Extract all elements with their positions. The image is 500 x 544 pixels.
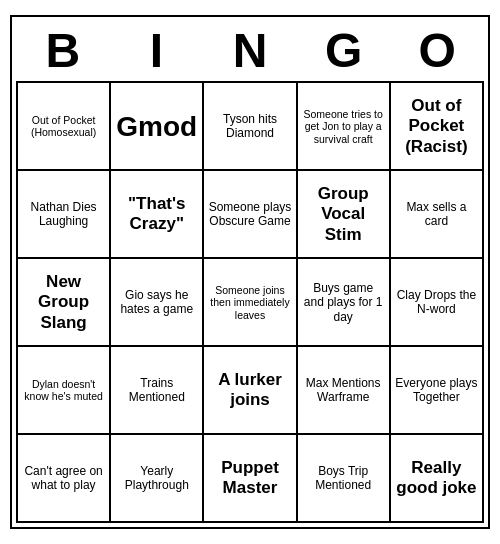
- bingo-cell-23[interactable]: Boys Trip Mentioned: [298, 435, 391, 523]
- bingo-cell-0[interactable]: Out of Pocket (Homosexual): [18, 83, 111, 171]
- bingo-cell-14[interactable]: Clay Drops the N-word: [391, 259, 484, 347]
- bingo-cell-2[interactable]: Tyson hits Diamond: [204, 83, 297, 171]
- header-o: O: [390, 21, 484, 82]
- bingo-cell-21[interactable]: Yearly Playthrough: [111, 435, 204, 523]
- bingo-cell-16[interactable]: Trains Mentioned: [111, 347, 204, 435]
- bingo-cell-9[interactable]: Max sells a card: [391, 171, 484, 259]
- bingo-cell-19[interactable]: Everyone plays Together: [391, 347, 484, 435]
- bingo-cell-20[interactable]: Can't agree on what to play: [18, 435, 111, 523]
- bingo-cell-22[interactable]: Puppet Master: [204, 435, 297, 523]
- bingo-cell-7[interactable]: Someone plays Obscure Game: [204, 171, 297, 259]
- bingo-card: B I N G O Out of Pocket (Homosexual)Gmod…: [10, 15, 490, 530]
- header-i: I: [110, 21, 204, 82]
- bingo-cell-12[interactable]: Someone joins then immediately leaves: [204, 259, 297, 347]
- bingo-cell-13[interactable]: Buys game and plays for 1 day: [298, 259, 391, 347]
- bingo-cell-8[interactable]: Group Vocal Stim: [298, 171, 391, 259]
- bingo-cell-24[interactable]: Really good joke: [391, 435, 484, 523]
- bingo-grid: Out of Pocket (Homosexual)GmodTyson hits…: [16, 81, 484, 523]
- bingo-cell-10[interactable]: New Group Slang: [18, 259, 111, 347]
- bingo-cell-6[interactable]: "That's Crazy": [111, 171, 204, 259]
- bingo-cell-3[interactable]: Someone tries to get Jon to play a survi…: [298, 83, 391, 171]
- bingo-header: B I N G O: [16, 21, 484, 82]
- bingo-cell-11[interactable]: Gio says he hates a game: [111, 259, 204, 347]
- bingo-cell-18[interactable]: Max Mentions Warframe: [298, 347, 391, 435]
- bingo-cell-5[interactable]: Nathan Dies Laughing: [18, 171, 111, 259]
- bingo-cell-15[interactable]: Dylan doesn't know he's muted: [18, 347, 111, 435]
- header-g: G: [297, 21, 391, 82]
- bingo-cell-17[interactable]: A lurker joins: [204, 347, 297, 435]
- header-n: N: [203, 21, 297, 82]
- header-b: B: [16, 21, 110, 82]
- bingo-cell-4[interactable]: Out of Pocket (Racist): [391, 83, 484, 171]
- bingo-cell-1[interactable]: Gmod: [111, 83, 204, 171]
